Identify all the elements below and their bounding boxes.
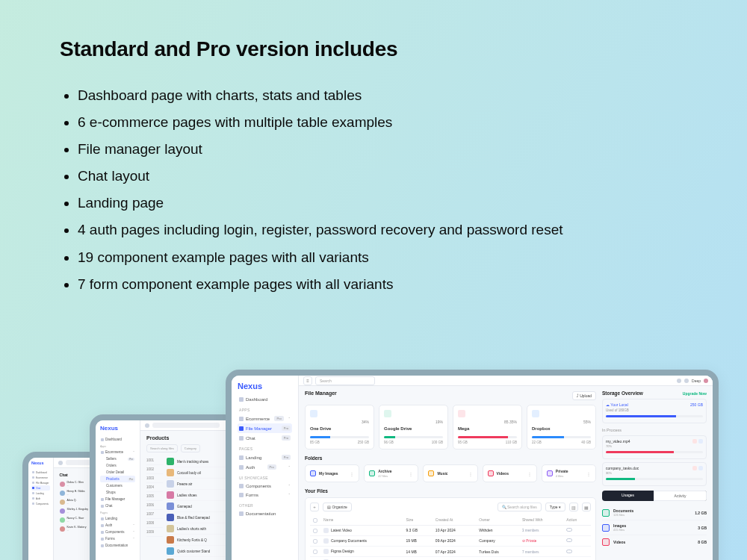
chat-row: Debra C. Glen…	[60, 479, 127, 488]
avatar	[704, 379, 708, 383]
search-input: Search	[315, 376, 375, 385]
drive-card: Google Drive19% 96 GB100 GB	[379, 405, 448, 449]
usage-item: Images415 files 3 GB	[602, 520, 707, 535]
tab-usages: Usages	[602, 491, 654, 501]
chat-row: Alicia Q.…	[60, 497, 127, 506]
folder-card: Archive42 files ⋮	[364, 464, 418, 482]
product-row: Quick customer Stand	[167, 546, 249, 557]
chat-row: Kevin K. Slattery…	[60, 524, 127, 533]
nav-landing: LandingPro	[238, 452, 292, 462]
product-row: Men's tracking shoes	[167, 456, 249, 467]
product-row: Gamepad	[167, 501, 249, 512]
view-grid-icon: ▦	[582, 503, 591, 511]
drive-card: Dropbox55% 22 GB40 GB	[527, 405, 596, 449]
feature-item: 19 component example pages with all vari…	[78, 244, 687, 271]
page-heading: Standard and Pro version includes	[60, 37, 687, 61]
folder-card: My Images ⋮	[305, 464, 359, 482]
nav-file-manager: File ManagerPro	[238, 423, 292, 433]
nav-ecommerce: EcommercePro˅	[238, 414, 292, 423]
table-row: Top Music 10 MB02 Apr 2024Me ● Public	[310, 557, 591, 560]
product-row: Ladies's shorts with	[167, 523, 249, 535]
theme-icon	[677, 379, 681, 383]
organize-button: ▤ Organize	[323, 503, 352, 511]
process-heading: In Process	[602, 428, 707, 432]
folders-heading: Folders	[305, 455, 596, 461]
page-title: Chat	[60, 473, 127, 477]
table-row: Figma Design 14 MB07 Apr 2024Turkes Duis…	[310, 547, 591, 557]
user-name: Deep	[692, 379, 701, 383]
chat-row: Shirley J. Kingsley…	[60, 506, 127, 515]
chat-row: Henry H. Gibbs…	[60, 488, 127, 497]
product-row: Ladies shoes	[167, 490, 249, 501]
search-files-input: 🔍 Search along files	[498, 503, 542, 511]
usage-item: Videos 8 GB	[602, 535, 707, 549]
drive-card: One Drive34% 85 GB250 GB	[305, 405, 374, 449]
files-table: Name Size Created At Owner Shared With A…	[310, 515, 591, 560]
usage-item: Documents126 files 1.2 GB	[602, 505, 707, 520]
feature-list: Dashboard page with charts, stats and ta…	[60, 82, 687, 298]
chat-row: Nancy C. Starr…	[60, 515, 127, 524]
feature-item: Chat layout	[78, 163, 687, 190]
folder-card: Private4 files ⋮	[542, 464, 596, 482]
upgrade-link: Upgrade Now	[683, 391, 707, 396]
preview-chat: Nexus Dashboard Ecommerce File Manager C…	[22, 452, 127, 560]
type-filter: Type ▾	[545, 503, 565, 511]
storage-title: Storage Overview	[602, 391, 643, 396]
brand-logo: Nexus	[238, 382, 292, 391]
nav-dashboard: Dashboard	[238, 395, 292, 404]
nav-chat: ChatPro	[238, 433, 292, 443]
files-heading: Your Files	[305, 488, 596, 494]
nav-auth: AuthPro˅	[238, 462, 292, 472]
table-row: Latest Video 9.3 GB10 Apr 2024Withden 3 …	[310, 525, 591, 535]
feature-item: 7 form component example pages with all …	[78, 271, 687, 298]
product-row: White & Brown Candy	[167, 557, 249, 560]
nav-docs: Documentation	[238, 509, 292, 518]
product-row: Blue & Red Gamepad	[167, 512, 249, 523]
preview-file-manager: Nexus Dashboard Apps EcommercePro˅ File …	[226, 370, 719, 560]
upload-button: ⤴ Upload	[572, 391, 596, 400]
nav-components: Components˅	[238, 482, 292, 491]
folder-card: Music ⋮	[423, 464, 477, 482]
table-row: Company Documents 19 MB09 Apr 2024Compan…	[310, 535, 591, 546]
brand-logo: Nexus	[31, 461, 50, 465]
feature-item: Dashboard page with charts, stats and ta…	[78, 82, 687, 109]
product-row: Kitchenly Fortis & Q	[167, 535, 249, 546]
view-list-icon: ▥	[569, 503, 578, 511]
feature-item: File manager layout	[78, 136, 687, 163]
feature-item: 4 auth pages including login, register, …	[78, 217, 687, 243]
product-row: Cocooil body oil	[167, 467, 249, 479]
add-button: +	[310, 503, 319, 511]
page-title: Products	[146, 435, 249, 441]
brand-logo: Nexus	[100, 425, 135, 432]
preview-products: Nexus Dashboard Apps Ecommerce˄ SellersP…	[90, 414, 261, 560]
bell-icon	[684, 379, 689, 383]
feature-item: Landing page	[78, 190, 687, 217]
page-title: File Manager	[305, 391, 337, 396]
drive-card: Mega85.35% 95 GB110 GB	[453, 405, 522, 449]
process-item: my_video.mp4 70%	[602, 435, 707, 459]
nav-forms: Forms˅	[238, 491, 292, 500]
tab-activity: Activity	[654, 491, 707, 501]
menu-icon: ≡	[303, 376, 312, 385]
folder-card: Videos ⋮	[483, 464, 537, 482]
product-row: Freeze air	[167, 479, 249, 490]
feature-item: 6 e-commerce pages with multiple table e…	[78, 109, 687, 136]
process-item: company_tasks.doc 30%	[602, 462, 707, 486]
